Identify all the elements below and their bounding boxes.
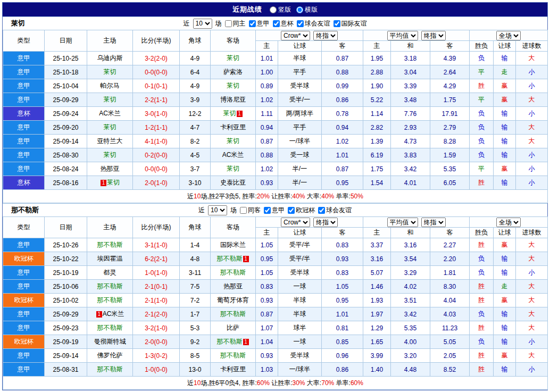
avg-draw: 4.02 (391, 280, 430, 294)
result-goals: 大 (516, 93, 548, 107)
match-date: 25-10-06 (45, 280, 87, 294)
score: 3-1(1-0) (133, 238, 180, 252)
recent-count-select[interactable]: 10 (193, 19, 212, 29)
team-label: 莱切 (227, 82, 239, 89)
select-全场[interactable]: 全场 (496, 31, 521, 40)
checkbox-球会友谊[interactable] (297, 20, 304, 27)
result-outcome: 胜 (470, 363, 494, 377)
filter-同主[interactable]: 同主 (225, 19, 246, 28)
team-name: 莱切 (11, 19, 25, 28)
select-终指[interactable]: 终指 (421, 31, 446, 40)
odds-home: 1.02 (256, 93, 278, 107)
select-终指[interactable]: 终指 (421, 218, 446, 227)
avg-home: 1.29 (363, 321, 391, 335)
avg-away: 1.81 (430, 266, 470, 280)
away-team: 热那亚 (211, 280, 256, 294)
filter-意甲[interactable]: 意甲 (249, 19, 270, 28)
odds-home: 1.07 (256, 321, 278, 335)
corner-count: 4-8 (180, 252, 211, 266)
away-team: 卡利亚里 (211, 363, 256, 377)
match-row: 意甲25-09-23那不勒斯3-2(1-0)5-3比萨1.07球半0.811.2… (3, 321, 548, 335)
checkbox-欧冠杯[interactable] (288, 207, 295, 214)
match-type: 欧冠杯 (3, 335, 45, 349)
result-outcome: 胜 (470, 321, 494, 335)
checkbox-球会友谊[interactable] (318, 207, 325, 214)
view-radio-横版[interactable] (296, 6, 303, 13)
select-终指[interactable]: 终指 (313, 218, 338, 227)
select-平均值[interactable]: 平均值 (387, 218, 418, 227)
checkbox-同主[interactable] (225, 20, 232, 27)
away-team: AC米兰 (211, 148, 256, 162)
view-option-竖版[interactable]: 竖版 (270, 5, 291, 14)
team-label: 葡萄牙体育 (217, 296, 249, 304)
match-type: 意甲 (3, 321, 45, 335)
avg-draw: 3.42 (391, 307, 430, 321)
checkbox-意甲[interactable] (249, 20, 256, 27)
avg-home: 3.37 (363, 238, 391, 252)
summary-segment: 让胜率: (270, 193, 293, 200)
result-outcome: 负 (470, 107, 494, 121)
away-team: 葡萄牙体育 (211, 294, 256, 307)
select-平均值[interactable]: 平均值 (387, 31, 418, 40)
odds-home: 0.89 (256, 79, 278, 93)
team-label: AC米兰 (103, 310, 124, 318)
avg-away: 4.29 (430, 79, 470, 93)
odds-away: 1.02 (322, 135, 363, 148)
away-team: 那不勒斯 (211, 266, 256, 280)
corner-count: 3-7 (180, 162, 211, 176)
filter-row: 莱切近10场同主意甲意杯球会友谊国际友谊 (3, 16, 547, 30)
checkbox-意甲[interactable] (264, 207, 271, 214)
select-全场[interactable]: 全场 (496, 218, 521, 227)
recent-label-suffix: 场 (230, 206, 237, 215)
score: 0-1(0-1) (133, 79, 180, 93)
summary-segment: 40% (321, 193, 334, 200)
filter-国际友谊[interactable]: 国际友谊 (334, 19, 367, 28)
summary-segment: 单率: (334, 379, 351, 387)
checkbox-意杯[interactable] (273, 20, 280, 27)
avg-home: 5.07 (363, 266, 391, 280)
team-label: 莱切 (104, 68, 116, 76)
avg-away: 4.39 (430, 52, 470, 65)
filter-欧冠杯[interactable]: 欧冠杯 (288, 206, 315, 215)
home-team: 帕尔马 (87, 79, 133, 93)
select-终指[interactable]: 终指 (313, 31, 338, 40)
away-team: 莱切1 (211, 107, 256, 121)
avg-home: 1.90 (363, 79, 391, 93)
corner-count: 12-2 (180, 107, 211, 121)
filter-同客[interactable]: 同客 (240, 206, 261, 215)
match-row: 欧冠杯25-10-22埃因霍温6-2(2-1)4-8那不勒斯10.95受平/半0… (3, 252, 548, 266)
match-date: 25-09-19 (45, 335, 87, 349)
col-header-日期: 日期 (45, 30, 87, 52)
result-goals: 小 (516, 107, 548, 121)
summary-segment: 20% (257, 193, 270, 200)
result-handicap: 输 (494, 266, 516, 280)
select-Crow*[interactable]: Crow* (281, 218, 310, 227)
checkbox-同客[interactable] (240, 207, 247, 214)
view-option-横版[interactable]: 横版 (296, 5, 318, 14)
home-team: 莱切 (87, 93, 133, 107)
filter-球会友谊[interactable]: 球会友谊 (318, 206, 352, 215)
view-radio-竖版[interactable] (270, 6, 277, 13)
home-team: 那不勒斯 (87, 280, 133, 294)
match-row: 意甲25-08-24热那亚0-0(0-0)3-7莱切1.02半/一0.871.7… (3, 162, 548, 176)
avg-draw: 3.54 (391, 252, 430, 266)
away-team: 莱切 (211, 135, 256, 148)
corner-count: 13-0 (180, 363, 211, 377)
avg-home: 1.75 (363, 162, 391, 176)
summary-segment: 近 (187, 379, 194, 387)
handicap-line: 受半球 (278, 79, 322, 93)
avg-draw: 4.01 (391, 176, 430, 190)
select-Crow*[interactable]: Crow* (281, 31, 310, 40)
team-label: 热那亚 (223, 282, 243, 290)
recent-count-select[interactable]: 10 (208, 205, 227, 215)
match-date: 25-10-25 (45, 52, 87, 65)
match-row: 意甲25-09-14亚特兰大4-1(1-0)8-2莱切0.87一/球半1.021… (3, 135, 548, 148)
home-team: 曼彻斯特城 (87, 335, 133, 349)
filter-球会友谊[interactable]: 球会友谊 (297, 19, 330, 28)
filter-意甲[interactable]: 意甲 (264, 206, 285, 215)
result-goals: 大 (516, 52, 548, 65)
avg-away: 2.64 (430, 65, 470, 79)
checkbox-国际友谊[interactable] (334, 20, 340, 27)
home-team: 莱切 (87, 65, 133, 79)
filter-意杯[interactable]: 意杯 (273, 19, 294, 28)
